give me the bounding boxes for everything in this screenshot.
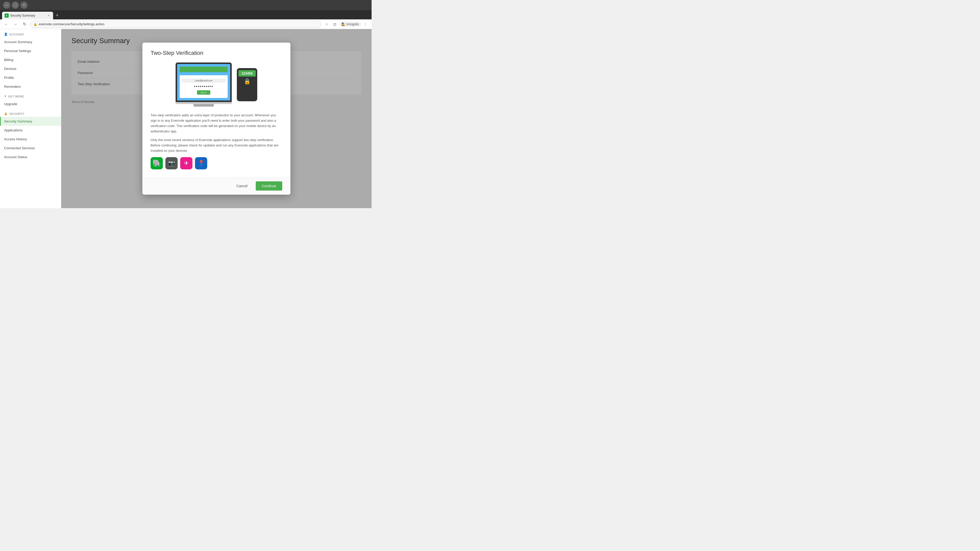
browser-chrome: ─ □ × — [0, 0, 372, 10]
lock-icon: 🔒 — [4, 112, 8, 115]
person-icon: 👤 — [4, 33, 8, 36]
sidebar-item-account-summary[interactable]: Account Summary — [0, 38, 61, 46]
sidebar-item-security-summary[interactable]: Security Summary — [0, 117, 61, 126]
sidebar-item-personal-settings[interactable]: Personal Settings — [0, 46, 61, 56]
phone-illustration: 123456 🔒 — [237, 68, 257, 101]
modal-overlay: Two-Step Verification j.doe@email.com ••… — [61, 29, 372, 208]
skitch-app-icon: 📷 — [165, 157, 178, 169]
cancel-button[interactable]: Cancel — [232, 182, 251, 190]
sidebar-item-reminders[interactable]: Reminders — [0, 82, 61, 91]
sidebar-item-account-status[interactable]: Account Status — [0, 152, 61, 162]
continue-button[interactable]: Continue — [256, 181, 282, 191]
back-button[interactable]: ← — [3, 21, 10, 28]
tab-bar: E Security Summary × + — [0, 10, 372, 19]
modal-text-1: Two-step verification adds an extra laye… — [151, 113, 282, 134]
app-body: 👤 ACCOUNT Account Summary Personal Setti… — [0, 29, 372, 208]
phone-lock-icon: 🔒 — [244, 78, 251, 85]
reload-button[interactable]: ↻ — [21, 21, 28, 28]
incognito-label: Incognito — [346, 22, 359, 26]
penultimate-app-icon: ✈ — [180, 157, 192, 169]
monitor-email: j.doe@email.com — [182, 79, 226, 83]
url-bar[interactable]: 🔒 evernote.com/secure/SecuritySettings.a… — [30, 21, 321, 28]
tab-close-button[interactable]: × — [46, 14, 51, 17]
main-content: Security Summary Email Address Password … — [61, 29, 372, 208]
address-actions: ☆ ⊡ 🕵 Incognito ⋮ — [323, 21, 369, 28]
get-more-section-label: ⬇ GET MORE — [0, 91, 61, 100]
forward-button[interactable]: → — [12, 21, 19, 28]
window-controls: ─ □ × — [3, 2, 27, 9]
sidebar: 👤 ACCOUNT Account Summary Personal Setti… — [0, 29, 61, 208]
close-window-button[interactable]: × — [21, 2, 27, 9]
menu-button[interactable]: ⋮ — [362, 21, 369, 28]
new-tab-button[interactable]: + — [54, 12, 61, 19]
sidebar-item-billing[interactable]: Billing — [0, 56, 61, 64]
monitor-signin-button: Sign in — [197, 90, 210, 95]
sidebar-item-upgrade[interactable]: Upgrade — [0, 100, 61, 108]
monitor-stand-base — [193, 104, 214, 106]
minimize-button[interactable]: ─ — [3, 2, 10, 9]
account-section-label: 👤 ACCOUNT — [0, 29, 61, 38]
monitor-content: j.doe@email.com •••••••••• Sign in — [180, 75, 228, 98]
sidebar-item-access-history[interactable]: Access History — [0, 135, 61, 144]
secure-icon: 🔒 — [33, 22, 37, 26]
phone-code: 123456 — [239, 70, 256, 76]
monitor-screen: j.doe@email.com •••••••••• Sign in — [176, 62, 232, 102]
bookmark-button[interactable]: ☆ — [323, 21, 330, 28]
security-section-label: 🔒 SECURITY — [0, 108, 61, 117]
modal-text-2: Only the most recent versions of Evernot… — [151, 138, 282, 153]
modal-body: Two-Step Verification j.doe@email.com ••… — [142, 43, 290, 177]
active-tab[interactable]: E Security Summary × — [2, 12, 53, 19]
two-step-illustration: j.doe@email.com •••••••••• Sign in 12345… — [151, 62, 282, 106]
two-step-modal: Two-Step Verification j.doe@email.com ••… — [142, 43, 290, 195]
evernote-favicon: E — [5, 14, 9, 17]
app-icons-row: 🐘 📷 ✈ 📍 — [151, 157, 282, 169]
modal-footer: Cancel Continue — [142, 177, 290, 195]
tab-title: Security Summary — [10, 14, 45, 17]
sidebar-toggle-button[interactable]: ⊡ — [331, 21, 339, 28]
url-text: evernote.com/secure/SecuritySettings.act… — [39, 22, 104, 26]
download-icon: ⬇ — [4, 95, 6, 98]
monitor-password-dots: •••••••••• — [194, 84, 213, 89]
linkeit-app-icon: 📍 — [195, 157, 207, 169]
address-bar: ← → ↻ 🔒 evernote.com/secure/SecuritySett… — [0, 19, 372, 29]
monitor-bar — [180, 67, 228, 72]
modal-title: Two-Step Verification — [151, 50, 282, 56]
monitor-stand-top — [176, 102, 232, 104]
incognito-badge: 🕵 Incognito — [339, 22, 361, 27]
sidebar-item-devices[interactable]: Devices — [0, 64, 61, 73]
sidebar-item-applications[interactable]: Applications — [0, 126, 61, 135]
sidebar-item-connected-services[interactable]: Connected Services — [0, 144, 61, 152]
sidebar-item-profile[interactable]: Profile — [0, 73, 61, 82]
monitor-illustration: j.doe@email.com •••••••••• Sign in — [176, 62, 232, 106]
maximize-button[interactable]: □ — [12, 2, 19, 9]
evernote-app-icon: 🐘 — [151, 157, 163, 169]
incognito-icon: 🕵 — [342, 22, 345, 26]
